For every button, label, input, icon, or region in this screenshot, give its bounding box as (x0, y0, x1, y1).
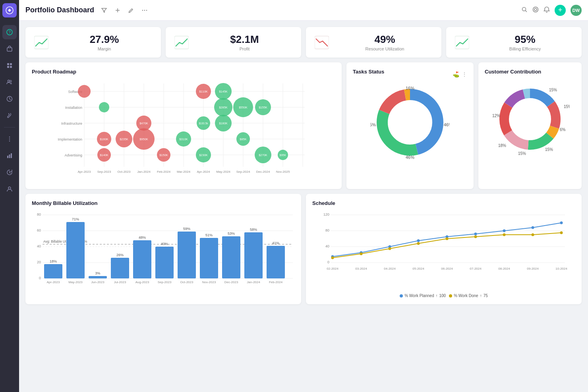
svg-text:Sep-2023: Sep-2023 (158, 280, 172, 284)
svg-text:Implementation: Implementation (58, 137, 82, 141)
svg-text:$180K: $180K (219, 122, 228, 125)
svg-point-23 (522, 7, 526, 11)
bell-icon[interactable] (544, 6, 550, 14)
metric-value-margin: 27.9% (56, 33, 153, 46)
user-avatar[interactable]: DW (571, 5, 582, 16)
metric-info-resource: 49% Resource Utilization (336, 33, 433, 51)
edit-button[interactable] (126, 5, 136, 15)
svg-text:Apr-2023: Apr-2023 (47, 280, 60, 284)
svg-text:15%: 15% (564, 104, 570, 109)
metric-label-billing: Billing Efficiency (476, 46, 574, 51)
sidebar-item-clock[interactable] (2, 92, 17, 106)
tasks-status-card: Tasks Status ⛳ ⋮ (346, 62, 474, 189)
svg-text:80: 80 (325, 228, 329, 232)
sidebar-item-chart[interactable] (2, 149, 17, 163)
more-options-button[interactable] (139, 5, 150, 15)
svg-rect-30 (455, 36, 469, 48)
tasks-header: Tasks Status ⛳ ⋮ (353, 69, 467, 79)
svg-text:46%: 46% (444, 122, 450, 127)
sidebar-item-home[interactable]: ? (2, 25, 17, 39)
svg-text:$160K: $160K (100, 137, 108, 141)
svg-text:46%: 46% (406, 155, 414, 160)
svg-text:0: 0 (39, 276, 41, 280)
svg-text:60: 60 (37, 228, 41, 232)
tasks-donut-svg: 16% 46% 46% 35% (370, 83, 450, 162)
bar-chart-svg: 80 60 40 20 0 Avg: Billable Utiliz (32, 211, 295, 294)
svg-text:40%: 40% (161, 242, 168, 246)
filter-button[interactable] (99, 5, 109, 15)
svg-text:May-2023: May-2023 (68, 280, 83, 284)
svg-point-192 (474, 233, 477, 236)
at-icon[interactable] (532, 6, 539, 14)
svg-point-190 (417, 239, 420, 242)
main-content: Portfolio Dashboard (19, 0, 588, 392)
svg-point-13 (9, 141, 10, 141)
svg-text:15%: 15% (518, 151, 526, 156)
svg-rect-161 (222, 236, 240, 278)
svg-point-20 (142, 10, 143, 10)
metric-label-resource: Resource Utilization (336, 46, 433, 51)
svg-text:18%: 18% (498, 143, 506, 148)
svg-text:Nov-2023: Nov-2023 (202, 280, 216, 284)
sidebar-item-more[interactable] (2, 132, 17, 146)
header-right: + DW (521, 5, 582, 16)
sidebar-item-tool[interactable] (2, 108, 17, 123)
schedule-chart-svg: 120 80 40 0 02-2024 03-2024 04-2024 (312, 211, 575, 294)
svg-rect-155 (178, 232, 196, 278)
sidebar-item-people[interactable] (2, 75, 17, 89)
svg-point-9 (10, 80, 12, 82)
svg-rect-5 (10, 63, 12, 65)
svg-point-202 (503, 234, 506, 236)
svg-point-197 (360, 253, 363, 255)
svg-text:$155K: $155K (259, 106, 267, 109)
svg-point-204 (560, 232, 563, 234)
svg-text:Advertising: Advertising (64, 153, 82, 157)
svg-text:Oct-2023: Oct-2023 (118, 170, 131, 174)
customer-contribution-card: Customer Contribution (478, 62, 582, 189)
svg-text:$285K: $285K (219, 106, 228, 109)
utilization-card: Monthly Billable Utilization 80 60 40 20… (25, 194, 301, 304)
header: Portfolio Dashboard (19, 0, 588, 21)
svg-text:Apr-2023: Apr-2023 (78, 170, 91, 174)
svg-point-198 (389, 247, 391, 250)
svg-text:26%: 26% (116, 253, 124, 257)
svg-text:Mar-2024: Mar-2024 (177, 170, 191, 174)
logo[interactable] (2, 3, 17, 17)
svg-text:Apr-2024: Apr-2024 (197, 170, 210, 174)
svg-rect-27 (34, 36, 48, 48)
svg-point-12 (9, 139, 10, 139)
sidebar-item-grid[interactable] (2, 58, 17, 73)
svg-text:53%: 53% (228, 232, 235, 236)
task-filter-icon[interactable]: ⛳ (453, 71, 459, 77)
svg-text:Jun-2023: Jun-2023 (91, 280, 104, 284)
tasks-status-title: Tasks Status (353, 69, 384, 75)
bottom-row: Monthly Billable Utilization 80 60 40 20… (25, 194, 582, 304)
sidebar-divider (4, 127, 15, 127)
add-button[interactable]: + (555, 5, 566, 16)
svg-text:05-2024: 05-2024 (412, 267, 424, 270)
svg-point-64 (78, 85, 91, 98)
contribution-donut-container: 15% 15% 6% 15% 15% 18% 12% (485, 79, 575, 159)
metric-card-margin: 27.9% Margin (25, 27, 161, 58)
svg-text:$270K: $270K (259, 153, 267, 157)
svg-text:$150K: $150K (159, 153, 168, 157)
bubble-chart-svg: Software Installation Infrastructure Imp… (32, 79, 335, 183)
svg-rect-152 (155, 247, 174, 278)
add-widget-button[interactable] (112, 5, 123, 15)
bubble-chart-area: Software Installation Infrastructure Imp… (32, 79, 335, 183)
svg-text:40: 40 (325, 244, 329, 248)
product-roadmap-title: Product Roadmap (32, 69, 335, 75)
sidebar-item-briefcase[interactable] (2, 42, 17, 56)
search-icon[interactable] (521, 6, 528, 14)
svg-text:Jan-2024: Jan-2024 (247, 280, 260, 284)
svg-rect-28 (174, 36, 189, 48)
sidebar-item-history[interactable] (2, 165, 17, 180)
svg-text:03-2024: 03-2024 (355, 267, 367, 270)
svg-rect-164 (244, 232, 263, 278)
sidebar-item-user[interactable] (2, 182, 17, 196)
svg-point-193 (503, 230, 506, 232)
task-more-icon[interactable]: ⋮ (462, 71, 467, 77)
product-roadmap-card: Product Roadmap (25, 62, 342, 189)
svg-text:35%: 35% (370, 122, 376, 127)
page-title: Portfolio Dashboard (25, 6, 94, 14)
